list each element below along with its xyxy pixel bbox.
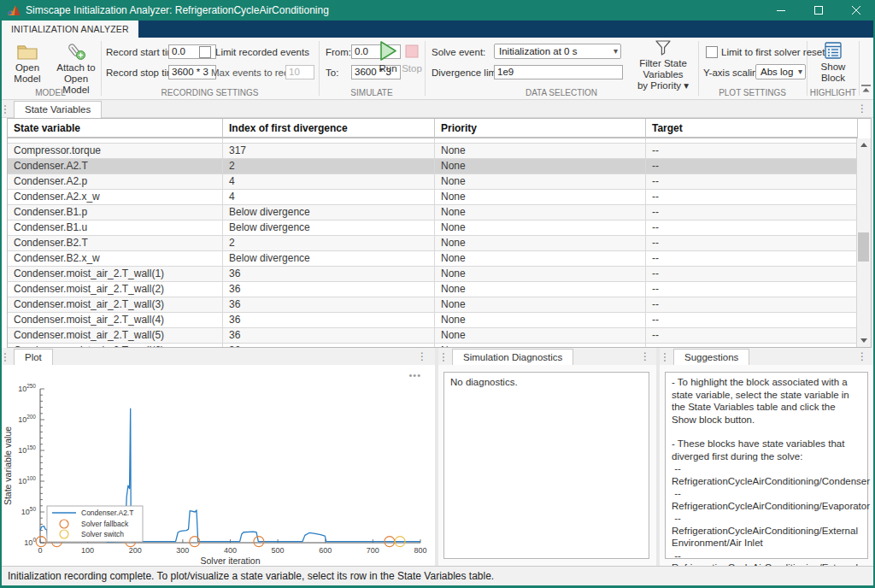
tab-plot[interactable]: Plot (14, 349, 53, 366)
col-index-first-divergence[interactable]: Index of first divergence (223, 119, 435, 138)
table-row[interactable]: Condenser.moist_air_2.T_wall(2)36None-- (8, 282, 858, 297)
maximize-button[interactable] (800, 0, 837, 21)
minimize-button[interactable] (762, 0, 800, 21)
table-row[interactable]: Condenser.moist_air_2.T_wall(5)36None-- (8, 328, 858, 344)
tab-state-variables[interactable]: State Variables (14, 101, 102, 118)
col-target[interactable]: Target (646, 119, 858, 138)
col-priority[interactable]: Priority (435, 119, 646, 138)
drag-handle-icon[interactable] (3, 352, 7, 362)
table-row[interactable]: Condenser.B2.x_wBelow divergenceNone-- (8, 251, 858, 267)
panel-menu-icon[interactable] (639, 350, 651, 363)
stop-label: Stop (400, 63, 424, 74)
table-header-row: State variable Index of first divergence… (8, 119, 858, 138)
table-cell: 4 (223, 190, 435, 205)
status-bar: Initialization recording complete. To pl… (0, 566, 875, 585)
table-cell: None (435, 144, 646, 159)
yaxis-scaling-dropdown[interactable]: Abs log (755, 64, 806, 79)
run-button[interactable]: Run (376, 40, 400, 74)
table-cell: Condenser.moist_air_2.T_wall(2) (8, 282, 223, 297)
scroll-up-icon[interactable] (860, 143, 867, 147)
run-icon (379, 40, 397, 62)
table-row[interactable]: Condenser.B1.uBelow divergenceNone-- (8, 220, 858, 236)
svg-text:10100: 10100 (18, 475, 36, 485)
solve-event-dropdown[interactable]: Initialization at 0 s (494, 44, 621, 59)
table-cell: None (435, 267, 646, 282)
table-cell: 4 (223, 174, 435, 190)
table-cell: -- (646, 220, 858, 236)
table-body: Compressor.torque317None--Condenser.A2.T… (8, 144, 871, 348)
svg-text:10150: 10150 (18, 444, 36, 455)
limit-recorded-events-checkbox[interactable] (199, 46, 211, 58)
drag-handle-icon[interactable] (3, 104, 7, 114)
tab-suggestions[interactable]: Suggestions (673, 349, 749, 366)
panel-menu-icon[interactable] (856, 350, 868, 363)
table-row[interactable]: Condenser.moist_air_2.T_wall(3)36None-- (8, 297, 858, 313)
show-block-button[interactable]: Show Block (808, 41, 858, 84)
table-cell: None (435, 174, 646, 190)
plot-area[interactable]: ••• 100105010100101501020010250010020030… (0, 365, 435, 566)
table-row[interactable]: Compressor.torque317None-- (8, 144, 858, 159)
table-row[interactable]: Condenser.B1.pBelow divergenceNone-- (8, 205, 858, 220)
svg-text:Solver switch: Solver switch (81, 530, 124, 538)
matlab-logo-icon (8, 4, 21, 17)
scroll-down-icon[interactable] (860, 338, 867, 343)
svg-text:10200: 10200 (18, 414, 36, 424)
table-cell: 317 (223, 144, 435, 159)
plot-canvas[interactable]: 1001050101001015010200102500100200300400… (2, 368, 431, 566)
open-model-button[interactable]: Open Model (5, 43, 50, 85)
to-label: To: (326, 66, 338, 79)
state-variables-table: State variable Index of first divergence… (7, 118, 872, 348)
table-cell: -- (646, 328, 858, 344)
table-cell: -- (646, 159, 858, 174)
table-row[interactable]: Condenser.A2.x_w4None-- (8, 190, 858, 205)
section-label-simulate: SIMULATE (319, 88, 425, 97)
drag-handle-icon[interactable] (442, 352, 445, 362)
suggestions-panel: - To highlight the block associated with… (660, 365, 873, 566)
table-cell: 2 (223, 159, 435, 174)
scrollbar-thumb[interactable] (858, 232, 869, 262)
table-row[interactable]: Condenser.B2.T2None-- (8, 236, 858, 251)
tab-initialization-analyzer[interactable]: INITIALIZATION ANALYZER (2, 21, 138, 38)
run-label: Run (376, 63, 400, 74)
svg-text:500: 500 (272, 546, 285, 555)
tab-simulation-diagnostics[interactable]: Simulation Diagnostics (452, 349, 573, 366)
show-block-icon (823, 41, 843, 60)
collapse-ribbon-icon[interactable] (860, 84, 872, 93)
table-row[interactable]: Condenser.A2.T2None-- (8, 159, 858, 174)
filter-funnel-icon (654, 39, 672, 56)
table-row[interactable]: Condenser.A2.p4None-- (8, 174, 858, 190)
panel-menu-icon[interactable] (856, 102, 868, 115)
table-cell: None (435, 297, 646, 313)
table-vertical-scrollbar[interactable] (856, 138, 871, 347)
table-cell: 36 (223, 297, 435, 313)
table-cell: Condenser.moist_air_2.T_wall(1) (8, 267, 223, 282)
state-variables-panel-header: State Variables (0, 100, 875, 118)
col-state-variable[interactable]: State variable (8, 119, 223, 138)
table-row[interactable]: Condenser.moist_air_2.T_wall(1)36None-- (8, 267, 858, 282)
open-model-label: Open Model (5, 62, 50, 85)
limit-recorded-events-label: Limit recorded events (215, 45, 309, 59)
table-cell: Compressor.torque (8, 144, 223, 159)
table-cell: -- (646, 282, 858, 297)
close-button[interactable] (837, 0, 875, 21)
svg-text:100: 100 (24, 537, 36, 547)
table-cell: Below divergence (223, 205, 435, 220)
ribbon-toolbar: Open Model Attach to Open Model Record s… (0, 38, 875, 100)
record-stop-time-input[interactable]: 3600 * 3 (168, 65, 216, 79)
divergence-limit-input[interactable]: 1e9 (494, 65, 623, 79)
table-cell: -- (646, 174, 858, 190)
svg-text:Solver fallback: Solver fallback (81, 520, 129, 528)
solve-event-value: Initialization at 0 s (499, 46, 577, 56)
table-cell: None (435, 282, 646, 297)
drag-handle-icon[interactable] (663, 352, 667, 362)
table-cell: -- (646, 205, 858, 220)
plot-panel-header: Plot (0, 348, 435, 366)
table-cell: Condenser.B1.p (8, 205, 223, 220)
limit-first-solver-reset-checkbox[interactable] (706, 46, 718, 58)
panel-menu-icon[interactable] (416, 350, 428, 363)
table-cell: Condenser.A2.x_w (8, 190, 223, 205)
table-row[interactable]: Condenser.moist_air_2.T_wall(4)36None-- (8, 313, 858, 328)
table-cell: -- (646, 236, 858, 251)
diagnostics-panel-header: Simulation Diagnostics (438, 348, 656, 366)
filter-state-variables-button[interactable]: Filter State Variables by Priority ▾ (626, 39, 700, 91)
